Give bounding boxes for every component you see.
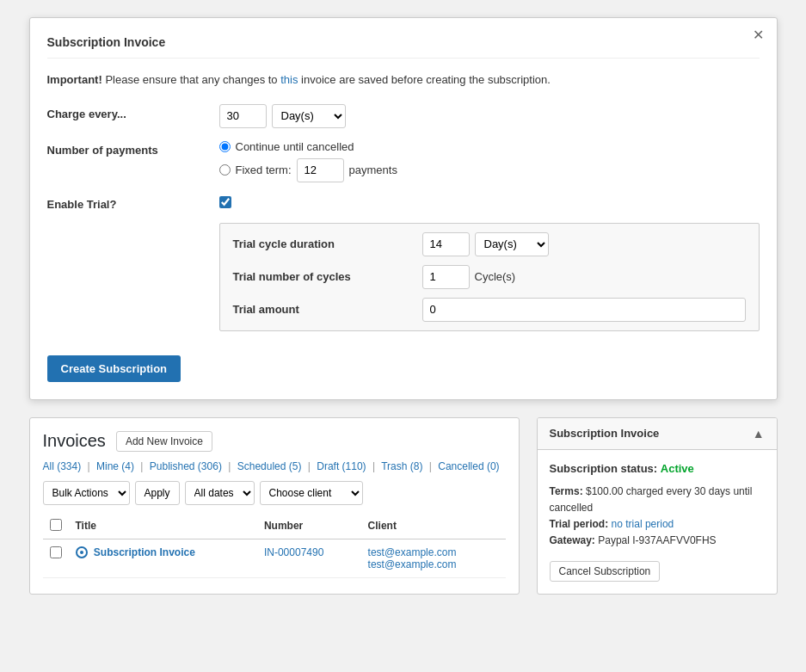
filter-mine[interactable]: Mine (4)	[96, 460, 134, 472]
filter-cancelled[interactable]: Cancelled (0)	[438, 460, 499, 472]
sub-status-label: Subscription status:	[550, 462, 658, 475]
fixed-label: Fixed term:	[236, 163, 292, 176]
sep1: |	[88, 460, 90, 472]
charge-every-label: Charge every...	[47, 104, 219, 120]
notice-link[interactable]: this	[280, 73, 298, 86]
trial-cycles-field: Cycle(s)	[422, 265, 746, 289]
client-email1: test@example.com	[368, 546, 499, 558]
client-column-header: Client	[361, 514, 506, 539]
trial-cycles-row: Trial number of cycles Cycle(s)	[233, 265, 746, 289]
trial-amount-field	[422, 298, 746, 322]
trial-cycles-suffix: Cycle(s)	[475, 270, 516, 283]
modal-title: Subscription Invoice	[47, 35, 760, 59]
sub-panel-title: Subscription Invoice	[550, 427, 660, 440]
sub-status-value: Active	[661, 462, 694, 475]
create-subscription-button[interactable]: Create Subscription	[47, 355, 182, 382]
sub-trial-line: Trial period: no trial period	[550, 516, 765, 533]
sep6: |	[429, 460, 432, 472]
fixed-payments-input[interactable]	[297, 158, 344, 182]
date-filter-select[interactable]: All dates	[185, 481, 255, 505]
sub-gateway-value: Paypal I-937AAFVV0FHS	[598, 534, 716, 546]
modal-overlay: Subscription Invoice ✕ Important! Please…	[17, 17, 789, 400]
trial-amount-input[interactable]	[422, 298, 746, 322]
client-email2: test@example.com	[368, 558, 499, 570]
enable-trial-row: Enable Trial?	[47, 194, 760, 211]
notice-text2: invoice are saved before creating the su…	[301, 73, 551, 86]
invoice-title-link[interactable]: Subscription Invoice	[94, 546, 195, 558]
filter-scheduled[interactable]: Scheduled (5)	[237, 460, 302, 472]
sub-gateway-line: Gateway: Paypal I-937AAFVV0FHS	[550, 533, 765, 549]
title-column-header: Title	[69, 514, 257, 539]
number-of-payments-label: Number of payments	[47, 140, 219, 157]
fixed-radio[interactable]	[219, 164, 231, 176]
row-checkbox-cell	[43, 539, 69, 577]
table-row: Subscription Invoice IN-00007490 test@ex…	[43, 539, 506, 577]
bottom-section: Invoices Add New Invoice All (334) | Min…	[29, 417, 778, 595]
status-icon	[76, 546, 88, 558]
client-email2-link[interactable]: test@example.com	[368, 558, 457, 570]
sub-trial-value: no trial period	[612, 518, 674, 530]
number-column-header: Number	[257, 514, 361, 539]
number-of-payments-row: Number of payments Continue until cancel…	[47, 140, 760, 182]
sub-gateway-label: Gateway:	[550, 534, 595, 546]
select-all-header	[43, 514, 69, 539]
invoice-number-link[interactable]: IN-00007490	[264, 546, 323, 558]
bulk-actions-select[interactable]: Bulk Actions	[43, 481, 130, 505]
filter-published[interactable]: Published (306)	[150, 460, 222, 472]
continue-label: Continue until cancelled	[236, 140, 354, 153]
client-filter-select[interactable]: Choose client	[260, 481, 363, 505]
row-title-cell: Subscription Invoice	[69, 539, 257, 577]
sub-trial-label: Trial period:	[550, 518, 609, 530]
header-row: Title Number Client	[43, 514, 506, 539]
sep2: |	[140, 460, 143, 472]
filter-trash[interactable]: Trash (8)	[381, 460, 422, 472]
filter-draft[interactable]: Draft (110)	[317, 460, 366, 472]
trial-cycles-label: Trial number of cycles	[233, 270, 422, 283]
sub-panel-body: Subscription status: Active Terms: $100.…	[538, 450, 777, 595]
charge-every-input[interactable]	[219, 104, 267, 128]
filter-all[interactable]: All (334)	[43, 460, 82, 472]
row-number-cell: IN-00007490	[257, 539, 361, 577]
client-email1-link[interactable]: test@example.com	[368, 546, 457, 558]
modal-close-button[interactable]: ✕	[753, 28, 764, 42]
notice-text1: Please ensure that any changes to	[105, 73, 280, 86]
trial-amount-label: Trial amount	[233, 303, 422, 316]
enable-trial-checkbox[interactable]	[219, 196, 231, 208]
sub-terms-label: Terms:	[550, 485, 583, 497]
row-checkbox[interactable]	[50, 546, 62, 558]
invoices-title: Invoices	[43, 431, 106, 451]
fixed-option-row: Fixed term: payments	[219, 158, 397, 182]
continue-option-row: Continue until cancelled	[219, 140, 397, 153]
trial-cycle-duration-field: Day(s) Week(s) Month(s) Year(s)	[422, 232, 746, 256]
sep4: |	[308, 460, 311, 472]
sep3: |	[228, 460, 231, 472]
sub-panel-toggle-icon[interactable]: ▲	[753, 427, 765, 441]
add-new-invoice-button[interactable]: Add New Invoice	[116, 431, 212, 452]
sub-details: Terms: $100.00 charged every 30 days unt…	[550, 484, 765, 550]
charge-every-unit-select[interactable]: Day(s) Week(s) Month(s) Year(s)	[272, 104, 346, 128]
payment-options: Continue until cancelled Fixed term: pay…	[219, 140, 397, 182]
modal-dialog: Subscription Invoice ✕ Important! Please…	[29, 17, 778, 400]
invoices-table: Title Number Client Subscription Invoice…	[43, 514, 506, 578]
notice-bold: Important!	[47, 73, 102, 86]
continue-radio[interactable]	[219, 141, 231, 152]
filter-links: All (334) | Mine (4) | Published (306) |…	[43, 460, 506, 472]
row-client-cell: test@example.com test@example.com	[361, 539, 506, 577]
invoices-panel: Invoices Add New Invoice All (334) | Min…	[29, 417, 520, 595]
enable-trial-label: Enable Trial?	[47, 194, 219, 211]
sub-terms-line: Terms: $100.00 charged every 30 days unt…	[550, 484, 765, 516]
trial-cycle-duration-input[interactable]	[422, 232, 470, 256]
invoices-header: Invoices Add New Invoice	[43, 431, 506, 452]
trial-cycles-input[interactable]	[422, 265, 470, 289]
select-all-checkbox[interactable]	[50, 519, 62, 531]
notice-text: Important! Please ensure that any change…	[47, 71, 760, 89]
apply-button[interactable]: Apply	[135, 481, 180, 505]
sub-status-line: Subscription status: Active	[550, 462, 765, 475]
trial-cycle-unit-select[interactable]: Day(s) Week(s) Month(s) Year(s)	[475, 232, 549, 256]
table-body: Subscription Invoice IN-00007490 test@ex…	[43, 539, 506, 577]
subscription-info-panel: Subscription Invoice ▲ Subscription stat…	[537, 417, 778, 595]
trial-amount-row: Trial amount	[233, 298, 746, 322]
charge-every-row: Charge every... Day(s) Week(s) Month(s) …	[47, 104, 760, 128]
table-header: Title Number Client	[43, 514, 506, 539]
cancel-subscription-button[interactable]: Cancel Subscription	[550, 561, 661, 582]
